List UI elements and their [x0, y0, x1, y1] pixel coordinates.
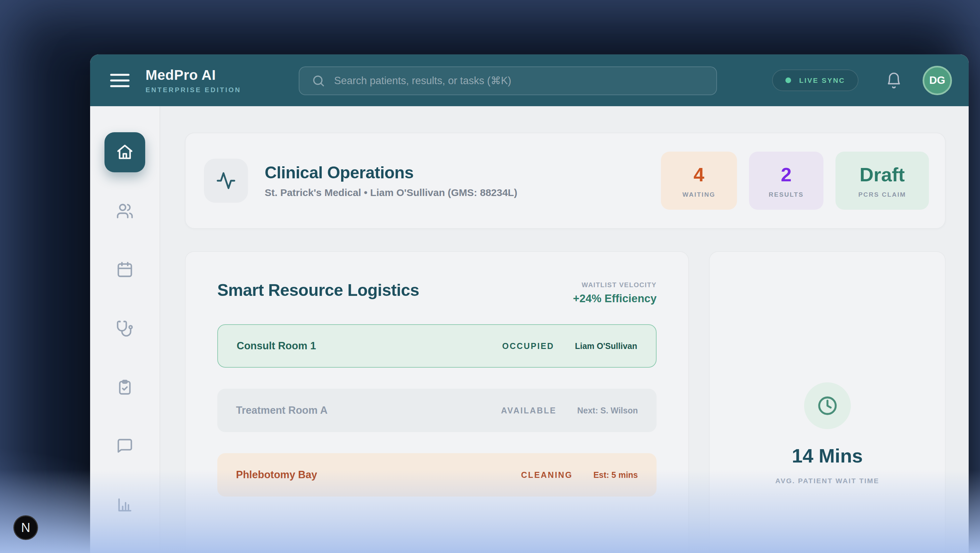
sidebar-item-messages[interactable] [116, 437, 134, 455]
search-input[interactable] [325, 67, 716, 94]
clipboard-check-icon [116, 379, 134, 396]
room-name: Phlebotomy Bay [236, 469, 317, 481]
room-row-consult-1[interactable]: Consult Room 1 OCCUPIED Liam O'Sullivan [217, 324, 657, 368]
room-name: Treatment Room A [236, 405, 328, 416]
sidebar-item-patients[interactable] [116, 202, 134, 220]
activity-icon [216, 171, 236, 191]
waitlist-velocity-value: +24% Efficiency [573, 292, 657, 305]
sidebar-item-clinical[interactable] [116, 320, 134, 337]
waitlist-velocity-label: WAITLIST VELOCITY [573, 281, 657, 289]
smart-resource-logistics-card: Smart Resource Logistics WAITLIST VELOCI… [185, 251, 689, 553]
notifications-bell-icon[interactable] [885, 72, 902, 89]
brand-block: MedPro AI ENTERPRISE EDITION [146, 67, 241, 94]
stethoscope-icon [116, 320, 134, 337]
sidebar-item-tasks[interactable] [116, 379, 134, 396]
room-row-phlebotomy-bay[interactable]: Phlebotomy Bay CLEANING Est: 5 mins [217, 453, 657, 497]
calendar-icon [116, 261, 134, 279]
avg-wait-time-card: 14 Mins AVG. PATIENT WAIT TIME [709, 251, 946, 553]
room-detail: Est: 5 mins [593, 470, 638, 480]
nextjs-logo: N [21, 521, 30, 535]
page-subtitle: St. Patrick's Medical • Liam O'Sullivan … [265, 187, 517, 198]
page-title: Clinical Operations [265, 163, 517, 182]
sidebar-item-home[interactable] [105, 132, 145, 172]
message-icon [116, 437, 134, 455]
stat-pcrs-claim-value: Draft [859, 163, 905, 186]
header-controls: LIVE SYNC DG [772, 54, 952, 106]
activity-icon-tile [204, 159, 248, 203]
stat-waiting-label: WAITING [682, 191, 716, 198]
stat-pcrs-claim-label: PCRS CLAIM [858, 191, 906, 198]
users-icon [116, 202, 134, 220]
stat-results: 2 RESULTS [749, 151, 824, 210]
live-sync-dot-icon [785, 78, 791, 83]
app-header: MedPro AI ENTERPRISE EDITION LIVE SYNC D… [90, 54, 969, 106]
sidebar-item-schedule[interactable] [116, 261, 134, 279]
bar-chart-icon [116, 496, 134, 513]
clinical-operations-card: Clinical Operations St. Patrick's Medica… [185, 132, 946, 229]
nextjs-dev-badge[interactable]: N [13, 515, 38, 540]
avatar-initials: DG [929, 74, 945, 86]
live-sync-label: LIVE SYNC [799, 76, 845, 84]
app-title: MedPro AI [146, 67, 241, 83]
app-window: MedPro AI ENTERPRISE EDITION LIVE SYNC D… [90, 54, 969, 553]
room-list: Consult Room 1 OCCUPIED Liam O'Sullivan … [217, 324, 657, 497]
clock-icon-circle [804, 382, 851, 429]
room-status-badge: AVAILABLE [501, 406, 557, 416]
room-detail: Liam O'Sullivan [575, 341, 637, 351]
room-status-badge: OCCUPIED [502, 341, 554, 351]
user-avatar[interactable]: DG [923, 66, 952, 95]
menu-icon[interactable] [110, 70, 129, 91]
app-edition: ENTERPRISE EDITION [146, 86, 241, 94]
room-row-treatment-a[interactable]: Treatment Room A AVAILABLE Next: S. Wils… [217, 389, 657, 432]
stat-waiting: 4 WAITING [661, 151, 737, 210]
avg-wait-label: AVG. PATIENT WAIT TIME [775, 477, 880, 485]
stat-pcrs-claim: Draft PCRS CLAIM [835, 151, 929, 210]
room-name: Consult Room 1 [237, 340, 316, 352]
stat-results-label: RESULTS [769, 191, 804, 198]
live-sync-badge: LIVE SYNC [772, 70, 859, 91]
search-icon [312, 74, 325, 88]
room-detail: Next: S. Wilson [577, 406, 638, 416]
clock-icon [816, 395, 838, 417]
avg-wait-value: 14 Mins [792, 445, 863, 467]
main-content: Clinical Operations St. Patrick's Medica… [160, 106, 969, 553]
search-bar[interactable] [299, 67, 717, 95]
waitlist-velocity: WAITLIST VELOCITY +24% Efficiency [573, 280, 657, 305]
home-icon [116, 143, 134, 161]
sidebar-item-analytics[interactable] [116, 496, 134, 513]
room-status-badge: CLEANING [521, 470, 573, 480]
sidebar-nav [90, 106, 160, 553]
stat-results-value: 2 [781, 163, 791, 186]
stat-waiting-value: 4 [694, 163, 704, 186]
logistics-title: Smart Resource Logistics [217, 280, 419, 300]
